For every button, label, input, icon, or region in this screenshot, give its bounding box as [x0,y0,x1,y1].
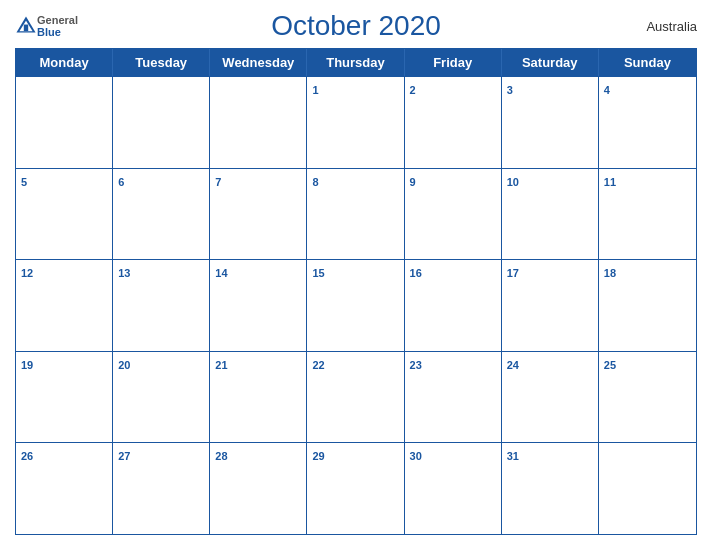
day-headers-row: MondayTuesdayWednesdayThursdayFridaySatu… [16,49,696,76]
day-cell-15: 15 [307,260,404,351]
day-number: 28 [215,450,227,462]
day-cell-24: 24 [502,352,599,443]
day-cell-9: 9 [405,169,502,260]
logo-general-text: General [37,14,78,26]
day-cell-26: 26 [16,443,113,534]
calendar-title: October 2020 [271,10,441,42]
day-cell-1: 1 [307,77,404,168]
day-number: 6 [118,176,124,188]
day-header-saturday: Saturday [502,49,599,76]
day-number: 11 [604,176,616,188]
day-cell-29: 29 [307,443,404,534]
day-number: 1 [312,84,318,96]
day-cell-12: 12 [16,260,113,351]
day-cell-31: 31 [502,443,599,534]
day-header-wednesday: Wednesday [210,49,307,76]
day-cell-14: 14 [210,260,307,351]
day-number: 12 [21,267,33,279]
day-cell-8: 8 [307,169,404,260]
day-cell-13: 13 [113,260,210,351]
day-number: 19 [21,359,33,371]
day-cell-3: 3 [502,77,599,168]
day-cell-23: 23 [405,352,502,443]
day-number: 4 [604,84,610,96]
day-cell-25: 25 [599,352,696,443]
day-cell-21: 21 [210,352,307,443]
day-header-monday: Monday [16,49,113,76]
day-cell-7: 7 [210,169,307,260]
day-number: 27 [118,450,130,462]
day-number: 16 [410,267,422,279]
day-header-sunday: Sunday [599,49,696,76]
day-cell-27: 27 [113,443,210,534]
calendar-header: General Blue October 2020 Australia [15,10,697,48]
day-number: 14 [215,267,227,279]
day-number: 10 [507,176,519,188]
day-cell-empty [599,443,696,534]
logo-text-block: General Blue [37,14,78,38]
day-cell-4: 4 [599,77,696,168]
country-label: Australia [646,19,697,34]
day-number: 23 [410,359,422,371]
day-number: 29 [312,450,324,462]
day-number: 3 [507,84,513,96]
day-cell-2: 2 [405,77,502,168]
day-number: 17 [507,267,519,279]
day-number: 24 [507,359,519,371]
day-number: 5 [21,176,27,188]
day-header-thursday: Thursday [307,49,404,76]
day-cell-empty [210,77,307,168]
logo-icon [15,15,37,37]
week-row-1: 1234 [16,76,696,168]
day-cell-6: 6 [113,169,210,260]
day-cell-5: 5 [16,169,113,260]
day-cell-20: 20 [113,352,210,443]
week-row-3: 12131415161718 [16,259,696,351]
day-number: 9 [410,176,416,188]
weeks-container: 1234567891011121314151617181920212223242… [16,76,696,534]
day-number: 26 [21,450,33,462]
day-cell-11: 11 [599,169,696,260]
day-number: 8 [312,176,318,188]
week-row-4: 19202122232425 [16,351,696,443]
day-number: 25 [604,359,616,371]
day-number: 30 [410,450,422,462]
day-number: 13 [118,267,130,279]
calendar: General Blue October 2020 Australia Mond… [0,0,712,550]
day-number: 7 [215,176,221,188]
day-cell-28: 28 [210,443,307,534]
day-number: 22 [312,359,324,371]
day-number: 20 [118,359,130,371]
day-header-tuesday: Tuesday [113,49,210,76]
day-cell-empty [16,77,113,168]
logo-blue-text: Blue [37,26,61,38]
day-number: 15 [312,267,324,279]
week-row-5: 262728293031 [16,442,696,534]
day-cell-16: 16 [405,260,502,351]
day-number: 18 [604,267,616,279]
svg-rect-2 [24,25,28,32]
day-cell-10: 10 [502,169,599,260]
day-number: 2 [410,84,416,96]
day-number: 31 [507,450,519,462]
day-cell-17: 17 [502,260,599,351]
day-number: 21 [215,359,227,371]
day-cell-22: 22 [307,352,404,443]
week-row-2: 567891011 [16,168,696,260]
day-cell-30: 30 [405,443,502,534]
day-cell-19: 19 [16,352,113,443]
logo-area: General Blue [15,14,78,38]
calendar-grid: MondayTuesdayWednesdayThursdayFridaySatu… [15,48,697,535]
day-cell-empty [113,77,210,168]
day-cell-18: 18 [599,260,696,351]
day-header-friday: Friday [405,49,502,76]
